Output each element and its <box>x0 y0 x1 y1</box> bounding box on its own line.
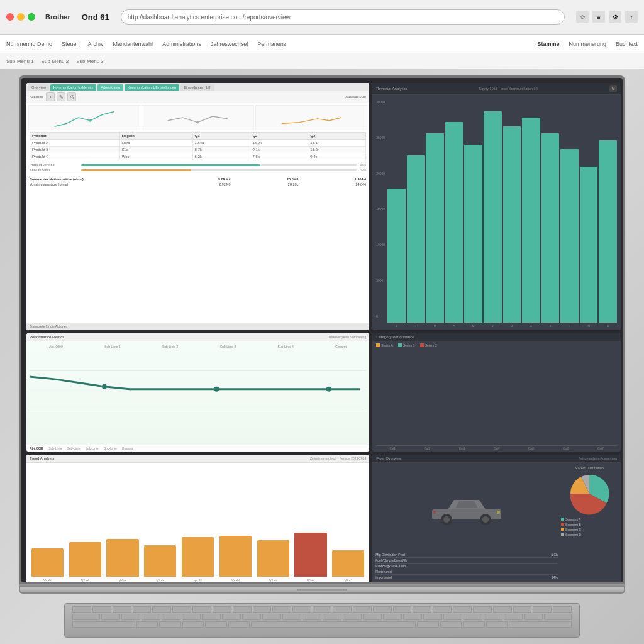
nav-item-3[interactable]: Mandantenwahl <box>113 41 153 47</box>
trackpad <box>297 589 347 591</box>
toolbar-btn-2[interactable]: ✎ <box>57 92 65 101</box>
x-axis-labels: J F M A M J J A S O N D <box>387 325 617 328</box>
tab-0[interactable]: Overview <box>28 84 49 91</box>
trend-bars-container <box>30 465 366 577</box>
table-row: Produkt B Süd 8.7k 9.1k 11.3k <box>30 147 366 153</box>
key <box>92 606 111 613</box>
trend-subtitle: Zeitreihenvergleich - Periode 2023-2024 <box>310 457 366 460</box>
fleet-val-0: 5 Ch <box>551 553 558 557</box>
tab-3[interactable]: Kommunikation 1/Einstellungen <box>125 84 179 91</box>
toolbar-btn-1[interactable]: + <box>46 92 55 101</box>
sub-nav-item-1[interactable]: Sub-Menü 2 <box>42 58 69 64</box>
key <box>253 606 272 613</box>
browser-actions: ☆ ≡ ⚙ ↑ <box>576 11 638 23</box>
key <box>463 621 485 628</box>
key <box>440 621 462 628</box>
key <box>363 614 382 620</box>
legend-label-c: Series C <box>425 343 437 347</box>
category-title: Category Performance <box>376 335 414 339</box>
x-label-oct: O <box>560 325 579 328</box>
line-chart-svg <box>30 350 366 428</box>
key-shift <box>72 621 135 628</box>
line-chart-header: Performance Metrics Jahresvergleich Numm… <box>26 333 369 341</box>
settings-icon[interactable]: ⚙ <box>609 11 621 23</box>
key <box>162 614 180 620</box>
chart-controls: ⚙ <box>609 85 617 92</box>
progress-val-2: 40% <box>360 168 366 172</box>
fleet-table: Mfg Distribution Prod 5 Ch Fuel (Benzin/… <box>375 552 558 580</box>
key <box>373 606 392 613</box>
minimize-button[interactable] <box>17 13 25 21</box>
key <box>417 621 439 628</box>
y-label-1: 25000 <box>376 136 385 140</box>
bars-container <box>387 100 617 323</box>
key <box>343 614 362 620</box>
maximize-button[interactable] <box>28 13 35 21</box>
key <box>533 606 552 613</box>
toolbar-btn-3[interactable]: 🖨 <box>67 92 76 101</box>
key <box>323 614 341 620</box>
tab-strip: Overview Kommunikation Id/Identity Adres… <box>26 83 369 91</box>
key <box>172 606 191 613</box>
data-rows-area: Product Region Q1 Q2 Q3 Prod <box>26 132 369 323</box>
pie-legend-d: Segment D <box>561 533 618 536</box>
tbar-7a <box>257 540 289 577</box>
main-nav: Nummering Demo Steuer Archiv Mandantenwa… <box>0 35 644 53</box>
key <box>473 606 492 613</box>
fleet-row-4: Importanteil 14% <box>375 575 558 580</box>
nav-item-5[interactable]: Jahreswechsel <box>211 41 248 47</box>
car-svg <box>429 491 504 525</box>
panel-trend-chart: Trend Analysis Zeitreihenvergleich - Per… <box>26 455 369 583</box>
x-label-aug: A <box>522 325 540 328</box>
browser-title: Ond 61 <box>82 13 109 22</box>
tab-1[interactable]: Kommunikation Id/Identity <box>50 84 96 91</box>
trend-group-7 <box>255 540 291 577</box>
metric-row1-v3: 1.904,4 <box>299 177 366 181</box>
share-icon[interactable]: ↑ <box>625 11 638 23</box>
progress-val-1: 65% <box>360 163 366 167</box>
pie-title: Market Distribution <box>575 466 604 470</box>
key <box>136 621 158 628</box>
x-label-feb: F <box>407 325 425 328</box>
metric-row1-v2: 20.0Mil <box>232 177 299 181</box>
progress-section: Produkt Vertrieb 65% Service Anteil <box>30 163 366 172</box>
nav-item-6[interactable]: Permanenz <box>257 41 286 47</box>
progress-label-1: Produkt Vertrieb <box>30 163 80 167</box>
toolbar-label: Aktionen <box>30 95 43 99</box>
tab-4[interactable]: Einstellungen 1/th <box>180 84 214 91</box>
address-bar[interactable]: http://dashboard.analytics.enterprise.co… <box>121 9 565 25</box>
menu-icon[interactable]: ≡ <box>592 11 605 23</box>
browser-chrome: Brother Ond 61 http://dashboard.analytic… <box>0 0 644 35</box>
close-button[interactable] <box>6 13 14 21</box>
bookmark-icon[interactable]: ☆ <box>576 11 589 23</box>
nav-item-4[interactable]: Administrations <box>162 41 201 47</box>
svg-point-12 <box>482 516 489 523</box>
nav-item-2[interactable]: Archiv <box>88 41 104 47</box>
tab-2[interactable]: Adressdaten <box>97 84 123 91</box>
nav-right-2[interactable]: Buchtext <box>616 41 638 47</box>
sub-nav-item-0[interactable]: Sub-Menü 1 <box>6 58 34 64</box>
address-text: http://dashboard.analytics.enterprise.co… <box>128 14 291 21</box>
line-chart-content: Abt. 0099 Sub-Linie 1 Sub-Linie 2 Sub-Li… <box>26 341 369 445</box>
nav-right-1[interactable]: Nummerierung <box>569 41 606 47</box>
main-area: Overview Kommunikation Id/Identity Adres… <box>0 69 644 644</box>
svg-point-10 <box>443 516 450 523</box>
pie-chart-svg <box>567 472 611 516</box>
nav-item-1[interactable]: Steuer <box>62 41 79 47</box>
key <box>282 614 301 620</box>
laptop-container: Overview Kommunikation Id/Identity Adres… <box>19 75 625 594</box>
trend-group-5 <box>180 537 216 577</box>
nav-item-0[interactable]: Nummering Demo <box>6 41 52 47</box>
chart-ctrl-1[interactable]: ⚙ <box>609 85 617 92</box>
key <box>272 606 291 613</box>
nav-right-0[interactable]: Stamme <box>537 41 559 47</box>
main-data-table: Product Region Q1 Q2 Q3 Prod <box>30 132 366 160</box>
fleet-row-2: Fahrzeugklasse Klein <box>375 564 558 569</box>
bar-nov <box>580 167 598 322</box>
fleet-row-1: Fuel (Benzin/Diesel/E) <box>375 558 558 564</box>
key <box>202 614 221 620</box>
sub-nav-item-2[interactable]: Sub-Menü 3 <box>76 58 104 64</box>
category-bars-area <box>372 349 621 445</box>
svg-rect-13 <box>497 511 500 514</box>
pie-legend-c: Segment C <box>561 528 618 531</box>
